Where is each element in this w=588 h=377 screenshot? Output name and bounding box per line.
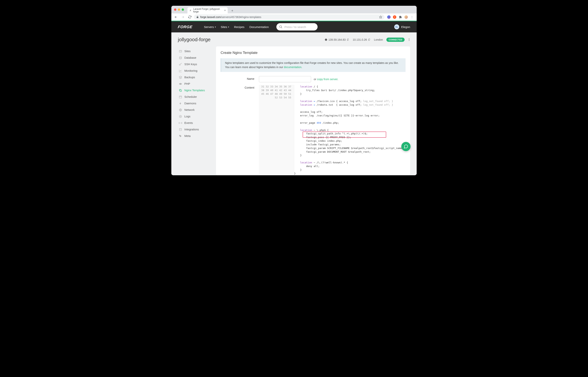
svg-point-10 [179,83,182,85]
name-label: Name [221,76,259,80]
back-button[interactable] [173,14,179,20]
svg-rect-12 [179,96,182,98]
sidebar-item-meta[interactable]: Meta [178,133,211,139]
server-menu-button[interactable] [408,38,410,42]
tag-icon [179,134,182,138]
search-icon [279,25,283,29]
browser-toolbar: forge.laravel.com/servers/457363#/nginx-… [171,13,417,21]
broadcast-icon [179,121,182,125]
nav-sites[interactable]: Sites ▾ [221,25,229,29]
browser-menu-icon[interactable]: ⋮ [410,15,414,19]
app-header: FORGE Servers ▾ Sites ▾ Recipes Document… [171,21,417,32]
svg-marker-0 [379,16,382,18]
svg-rect-5 [369,39,370,40]
chevron-down-icon: ▾ [215,26,216,28]
main-content: jollygood-forge 139.59.164.83 10.131.0.2… [171,32,417,175]
extension-icon[interactable] [387,15,391,19]
sidebar-item-label: PHP [184,82,190,85]
line-gutter: 31 32 33 34 35 36 37 38 39 40 41 42 43 4… [259,85,294,175]
info-banner: Nginx templates are used to customize th… [221,58,405,72]
svg-point-18 [180,116,181,117]
svg-point-3 [325,38,327,41]
highlight-annotation [303,131,386,138]
main-nav: Servers ▾ Sites ▾ Recipes Documentation [204,25,269,29]
tab-favicon-icon: F [189,9,192,12]
sidebar-item-label: Database [184,56,196,59]
window-zoom[interactable] [182,8,184,11]
globe-icon [179,108,182,112]
sidebar-item-label: Logs [184,115,190,118]
region: London [374,38,383,41]
box-icon [179,128,182,131]
database-icon [179,56,182,59]
sidebar-item-integrations[interactable]: Integrations [178,126,211,133]
forward-button[interactable] [180,14,185,20]
page-header: jollygood-forge 139.59.164.83 10.131.0.2… [178,37,410,43]
code-editor[interactable]: 31 32 33 34 35 36 37 38 39 40 41 42 43 4… [259,85,405,175]
clipboard-icon[interactable] [368,38,370,41]
sidebar-item-php[interactable]: PHP [178,81,211,87]
documentation-link[interactable]: documentation [284,66,301,69]
sidebar-item-ssh-keys[interactable]: SSH Keys [178,61,211,68]
svg-point-9 [179,64,180,65]
window-minimize[interactable] [178,8,180,11]
content-label: Content [221,85,259,89]
logs-icon [179,115,182,118]
name-field-row: Name or copy from server. [216,76,410,85]
traffic-lights [174,8,184,11]
bolt-icon [179,102,182,105]
globe-icon [325,38,327,41]
sidebar-item-label: Nginx Templates [184,89,205,92]
sidebar-item-nginx-templates[interactable]: Nginx Templates [178,87,211,94]
status-badge: CONNECTED [386,38,404,42]
sidebar-item-monitoring[interactable]: Monitoring [178,68,211,74]
sidebar-item-database[interactable]: Database [178,54,211,61]
user-avatar: EL [394,24,399,29]
new-tab-button[interactable]: + [230,8,235,13]
copy-from-server-link[interactable]: copy from server [317,78,337,81]
code-content[interactable]: location / { try_files $uri $uri/ /index… [294,85,405,175]
window-close[interactable] [174,8,176,11]
profile-avatar-icon[interactable] [404,15,408,19]
public-ip: 139.59.164.83 [325,38,349,41]
server-meta: 139.59.164.83 10.131.0.26 London CONNECT… [325,38,410,42]
server-name: jollygood-forge [178,37,211,43]
nav-servers[interactable]: Servers ▾ [204,25,216,29]
user-name: Elegon [401,25,410,29]
bookmark-star-icon[interactable] [379,15,382,19]
tab-close-icon[interactable]: × [224,9,226,12]
key-icon [179,62,182,66]
extensions-menu-icon[interactable] [399,15,402,19]
sidebar-item-label: Backups [184,76,195,79]
clipboard-icon[interactable] [347,38,349,41]
extension-icon[interactable]: + [393,15,396,19]
nav-recipes[interactable]: Recipes [234,25,244,29]
sidebar-item-sites[interactable]: Sites [178,48,211,54]
nav-documentation[interactable]: Documentation [249,25,269,29]
private-ip: 10.131.0.26 [353,38,370,41]
content-field-row: Content 31 32 33 34 35 36 37 38 39 40 41… [216,85,410,175]
tab-title: Laravel Forge | jollygood-forge [193,8,221,13]
address-bar[interactable]: forge.laravel.com/servers/457363#/nginx-… [194,14,384,20]
sidebar-item-label: Monitoring [184,69,197,72]
sidebar-item-backups[interactable]: Backups [178,74,211,81]
sidebar-item-scheduler[interactable]: Scheduler [178,94,211,100]
sidebar-item-label: Integrations [184,128,199,131]
sidebar-item-network[interactable]: Network [178,107,211,113]
svg-rect-6 [179,50,182,52]
svg-point-17 [179,115,182,118]
user-menu[interactable]: EL Elegon [394,24,410,29]
sidebar-item-label: Network [184,108,195,111]
svg-point-1 [280,26,282,28]
help-chat-button[interactable] [401,142,411,151]
name-input[interactable] [259,76,311,82]
sidebar-item-label: Meta [184,134,191,138]
sidebar-item-events[interactable]: Events [178,120,211,126]
browser-tab[interactable]: F Laravel Forge | jollygood-forge × [187,7,228,13]
sidebar-item-label: Sites [184,50,191,53]
sidebar-item-daemons[interactable]: Daemons [178,100,211,107]
sidebar-item-logs[interactable]: Logs [178,113,211,120]
reload-button[interactable] [187,14,192,20]
forge-logo[interactable]: FORGE [177,25,193,29]
search-input[interactable]: Press / to search [276,23,318,31]
